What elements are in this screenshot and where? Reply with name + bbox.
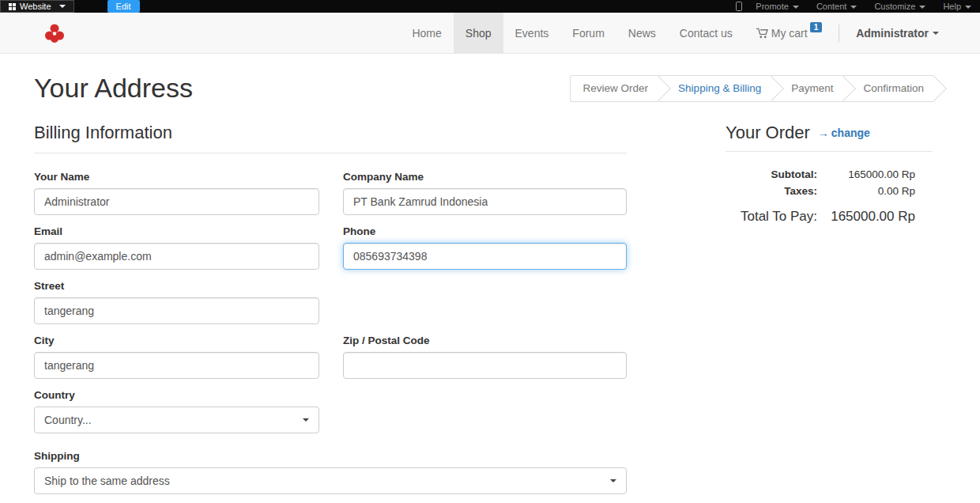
checkout-steps: Review Order Shipping & Billing Payment … <box>570 75 933 102</box>
taxes-row: Taxes: 0.00 Rp <box>726 183 933 199</box>
street-input[interactable] <box>34 297 319 324</box>
content: Billing Information Your Name Company Na… <box>0 105 980 494</box>
field-country: Country Country... <box>34 389 319 433</box>
chevron-down-icon <box>59 5 66 8</box>
cart-count-badge: 1 <box>810 22 823 32</box>
subtotal-value: 165000.00 Rp <box>817 166 933 183</box>
country-label: Country <box>34 389 319 401</box>
taxes-label: Taxes: <box>726 183 817 199</box>
empty-cell <box>343 280 627 335</box>
order-summary-panel: Your Order → change Subtotal: 165000.00 … <box>726 123 933 494</box>
cart-icon <box>756 28 768 39</box>
grid-icon <box>9 3 16 10</box>
field-company-name: Company Name <box>343 171 627 215</box>
shipping-select-value: Ship to the same address <box>44 475 170 487</box>
subtotal-label: Subtotal: <box>726 166 817 183</box>
chevron-down-icon <box>303 418 309 422</box>
help-menu[interactable]: Help <box>934 2 980 11</box>
total-label: Total To Pay: <box>726 199 817 227</box>
site-logo[interactable] <box>44 23 65 43</box>
your-name-label: Your Name <box>34 171 319 183</box>
heading-row: Your Address Review Order Shipping & Bil… <box>0 73 980 104</box>
change-order-link[interactable]: → change <box>818 127 870 139</box>
field-phone: Phone <box>343 225 627 270</box>
company-name-input[interactable] <box>343 188 627 215</box>
website-menu-label: Website <box>20 2 51 11</box>
page-title: Your Address <box>34 73 193 104</box>
chevron-down-icon <box>919 6 925 9</box>
chevron-down-icon <box>965 6 971 9</box>
email-input[interactable] <box>34 243 319 270</box>
admin-bar: Website Edit Promote Content Customize H… <box>0 0 980 13</box>
billing-form: Billing Information Your Name Company Na… <box>34 105 627 494</box>
divider <box>34 153 627 153</box>
change-link-label: change <box>831 127 870 139</box>
city-label: City <box>34 335 319 346</box>
customize-menu[interactable]: Customize <box>865 2 934 11</box>
my-cart-link[interactable]: My cart 1 <box>744 13 834 53</box>
promote-menu[interactable]: Promote <box>747 2 808 11</box>
cart-label: My cart <box>771 27 808 40</box>
divider <box>726 151 933 152</box>
zip-label: Zip / Postal Code <box>343 335 627 346</box>
city-input[interactable] <box>34 352 319 379</box>
order-head: Your Order → change <box>726 123 933 143</box>
order-heading: Your Order <box>726 123 810 143</box>
edit-button[interactable]: Edit <box>107 0 140 13</box>
step-confirmation[interactable]: Confirmation <box>842 75 933 102</box>
nav-item-shop[interactable]: Shop <box>454 13 503 53</box>
shipping-label: Shipping <box>34 450 627 462</box>
step-shipping-billing[interactable]: Shipping & Billing <box>658 75 771 102</box>
your-name-input[interactable] <box>34 188 319 215</box>
billing-heading: Billing Information <box>34 123 627 143</box>
country-select[interactable]: Country... <box>34 407 319 433</box>
field-zip: Zip / Postal Code <box>343 335 627 379</box>
chevron-down-icon <box>610 479 616 482</box>
subtotal-row: Subtotal: 165000.00 Rp <box>726 166 933 183</box>
field-city: City <box>34 335 319 379</box>
phone-input[interactable] <box>343 243 627 270</box>
company-name-label: Company Name <box>343 171 627 183</box>
field-street: Street <box>34 280 319 324</box>
nav-item-events[interactable]: Events <box>503 13 561 53</box>
email-label: Email <box>34 225 319 237</box>
navbar-divider <box>839 25 839 42</box>
empty-cell <box>343 389 627 444</box>
zip-input[interactable] <box>343 352 627 379</box>
nav-item-contact-us[interactable]: Contact us <box>668 13 744 53</box>
shipping-select[interactable]: Ship to the same address <box>34 467 627 494</box>
chevron-down-icon <box>933 32 939 35</box>
content-menu[interactable]: Content <box>808 2 866 11</box>
arrow-right-icon: → <box>818 127 829 139</box>
main-navbar: Home Shop Events Forum News Contact us M… <box>0 13 980 54</box>
step-review-order[interactable]: Review Order <box>570 75 658 102</box>
billing-grid: Your Name Company Name Email Phone Stree… <box>34 171 627 444</box>
taxes-value: 0.00 Rp <box>817 183 933 199</box>
mobile-preview-icon[interactable] <box>736 2 742 11</box>
street-label: Street <box>34 280 319 292</box>
user-menu-label: Administrator <box>856 27 929 40</box>
phone-label: Phone <box>343 225 627 237</box>
field-email: Email <box>34 225 319 270</box>
field-shipping: Shipping Ship to the same address <box>34 450 627 494</box>
user-menu[interactable]: Administrator <box>844 13 980 53</box>
country-select-value: Country... <box>44 414 92 426</box>
nav-item-news[interactable]: News <box>616 13 668 53</box>
website-menu-button[interactable]: Website <box>0 0 74 13</box>
nav-item-home[interactable]: Home <box>400 13 453 53</box>
field-your-name: Your Name <box>34 171 319 215</box>
nav-items: Home Shop Events Forum News Contact us M… <box>400 13 980 53</box>
navbar-spacer <box>65 13 400 53</box>
total-row: Total To Pay: 165000.00 Rp <box>726 199 933 227</box>
chevron-down-icon <box>793 6 799 9</box>
total-value: 165000.00 Rp <box>817 199 933 227</box>
chevron-down-icon <box>850 6 857 9</box>
nav-item-forum[interactable]: Forum <box>560 13 616 53</box>
